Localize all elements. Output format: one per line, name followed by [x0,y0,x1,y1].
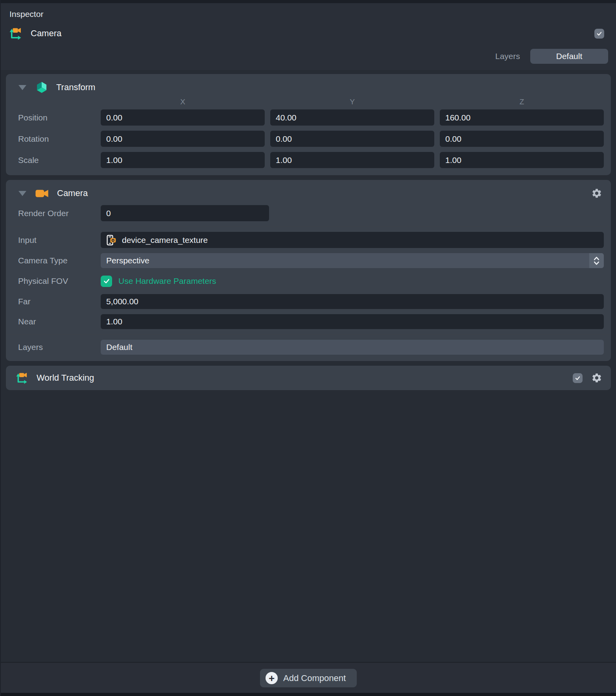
bottom-strip [1,693,616,696]
camera-header[interactable]: Camera [13,185,604,202]
camera-layers-dropdown[interactable]: Default [101,340,604,355]
section-divider [6,334,611,335]
axis-x-label: X [101,98,265,106]
section-divider [6,226,611,227]
position-row: Position 0.00 40.00 160.00 [13,109,604,126]
transform-title: Transform [56,82,95,93]
rotation-z-field[interactable]: 0.00 [440,131,604,147]
scale-label: Scale [13,155,95,165]
layers-label: Layers [495,52,520,61]
far-row: Far 5,000.00 [13,294,604,309]
world-tracking-settings-button[interactable] [591,372,602,383]
gear-icon [591,372,602,383]
video-camera-icon [35,188,49,199]
world-tracking-enabled-checkbox[interactable] [573,373,583,383]
checkmark-icon [596,31,602,37]
camera-type-label: Camera Type [13,256,95,265]
rotation-row: Rotation 0.00 0.00 0.00 [13,131,604,147]
transform-header[interactable]: Transform [13,79,604,96]
position-y-field[interactable]: 40.00 [270,109,434,126]
panel-title: Inspector [7,7,610,24]
input-field[interactable]: device_camera_texture [101,232,604,248]
position-z-field[interactable]: 160.00 [440,109,604,126]
top-strip [1,0,616,3]
rotation-label: Rotation [13,134,95,144]
component-list: Transform X Y Z Position 0.00 40.00 160.… [1,70,616,390]
entity-row[interactable]: Camera [7,24,610,43]
scale-row: Scale 1.00 1.00 1.00 [13,152,604,168]
camera-type-value: Perspective [106,256,149,265]
cube-icon [35,81,48,94]
plus-circle-icon: + [266,672,278,684]
input-label: Input [13,235,95,245]
add-component-button[interactable]: + Add Component [260,669,357,687]
inspector-panel: Inspector Camera Layers Default [0,0,616,696]
far-label: Far [13,297,95,306]
camera-object-icon [15,371,28,385]
world-tracking-title: World Tracking [37,373,94,383]
near-field[interactable]: 1.00 [101,314,604,329]
inspector-header: Inspector Camera Layers Default [1,3,616,70]
render-order-field[interactable]: 0 [101,205,269,221]
input-value: device_camera_texture [122,235,208,245]
render-order-row: Render Order 0 [13,205,604,221]
near-label: Near [13,317,95,326]
camera-type-row: Camera Type Perspective [13,253,604,268]
collapse-triangle-icon[interactable] [18,85,26,90]
camera-settings-button[interactable] [591,188,602,199]
physical-fov-label: Physical FOV [13,276,95,286]
input-row: Input device_camera_texture [13,232,604,248]
axis-z-label: Z [440,98,604,106]
layers-dropdown-button[interactable]: Default [530,49,608,64]
entity-name: Camera [31,28,61,39]
checkmark-icon [103,278,110,285]
gear-icon [591,188,602,199]
position-label: Position [13,113,95,122]
checkmark-icon [575,375,581,381]
axis-header-row: X Y Z [13,98,604,106]
render-order-label: Render Order [13,209,95,218]
transform-section: Transform X Y Z Position 0.00 40.00 160.… [6,74,611,175]
physical-fov-row: Physical FOV Use Hardware Parameters [13,273,604,289]
camera-section: Camera Render Order 0 Input [6,180,611,361]
camera-title: Camera [57,188,88,198]
use-hardware-parameters-checkbox[interactable] [101,276,112,287]
inspector-footer: + Add Component [1,662,616,693]
scale-z-field[interactable]: 1.00 [440,152,604,168]
add-component-label: Add Component [283,673,346,683]
layers-row: Layers Default [7,49,610,64]
scale-y-field[interactable]: 1.00 [270,152,434,168]
device-camera-icon [106,234,116,246]
position-x-field[interactable]: 0.00 [101,109,265,126]
entity-enabled-checkbox[interactable] [594,29,604,39]
far-field[interactable]: 5,000.00 [101,294,604,309]
world-tracking-section[interactable]: World Tracking [6,366,611,390]
near-row: Near 1.00 [13,314,604,329]
scale-x-field[interactable]: 1.00 [101,152,265,168]
rotation-y-field[interactable]: 0.00 [270,131,434,147]
axis-y-label: Y [270,98,434,106]
use-hardware-parameters-label[interactable]: Use Hardware Parameters [118,276,216,286]
camera-type-dropdown[interactable]: Perspective [101,253,604,268]
up-down-chevron-icon[interactable] [589,253,604,268]
rotation-x-field[interactable]: 0.00 [101,131,265,147]
camera-layers-label: Layers [13,342,95,352]
camera-layers-row: Layers Default [13,340,604,355]
camera-layers-value: Default [106,342,133,352]
camera-object-icon [9,26,22,41]
collapse-triangle-icon[interactable] [18,191,26,196]
